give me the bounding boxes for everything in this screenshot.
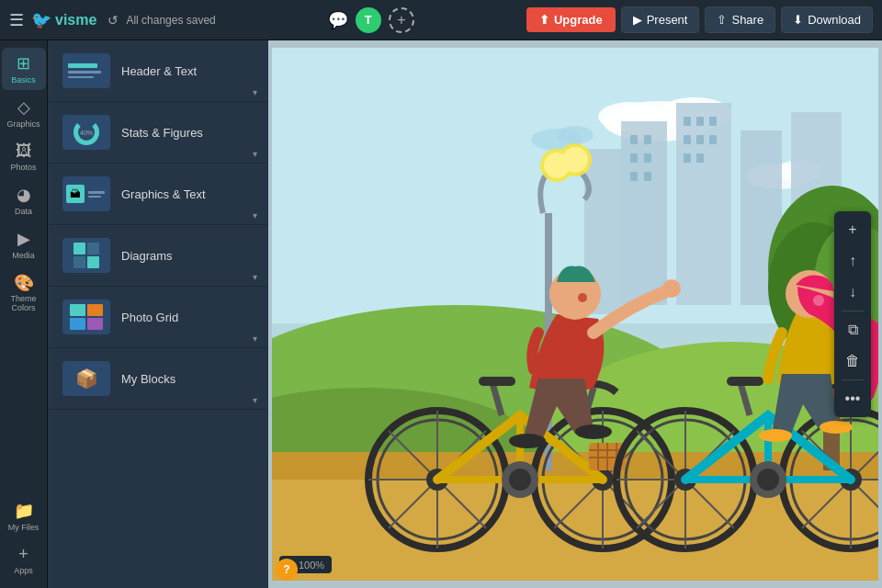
sidebar-item-basics[interactable]: ⊞ Basics — [2, 48, 46, 90]
donut-percent: 40% — [80, 130, 93, 136]
photo-grid-thumb — [62, 300, 110, 334]
svg-rect-25 — [709, 135, 717, 144]
sidebar-item-apps[interactable]: + Apps — [2, 539, 46, 581]
download-button[interactable]: ⬇ Download — [781, 6, 873, 33]
svg-point-93 — [820, 421, 853, 434]
apps-icon: + — [18, 545, 28, 564]
panel-item-graphics-text-header[interactable]: 🏔 Graphics & Text ▾ — [48, 164, 268, 224]
sidebar-item-data[interactable]: ◕ Data — [2, 179, 46, 221]
more-options-button[interactable]: ••• — [838, 384, 867, 413]
diagrams-thumb — [62, 238, 110, 273]
help-button[interactable]: ? — [276, 559, 298, 581]
zoom-level: 100% — [299, 560, 324, 571]
share-label: Share — [731, 13, 763, 27]
panel-item-title: Header & Text — [121, 64, 197, 78]
header-text-thumb — [62, 53, 110, 88]
panel-item-title: Stats & Figures — [121, 126, 203, 140]
svg-point-92 — [759, 429, 792, 442]
donut-chart-icon: 40% — [74, 119, 99, 145]
avatar[interactable]: T — [356, 7, 381, 33]
toolbar-divider — [842, 379, 864, 380]
chevron-down-icon: ▾ — [253, 210, 257, 220]
thumb-line — [68, 63, 97, 68]
svg-point-95 — [813, 295, 824, 306]
duplicate-button[interactable]: ⧉ — [838, 315, 867, 345]
present-button[interactable]: ▶ Present — [621, 6, 700, 33]
svg-point-38 — [562, 147, 588, 173]
topbar-left: ☰ 🐦 visme ↺ All changes saved — [9, 10, 216, 30]
svg-rect-27 — [696, 153, 704, 163]
svg-rect-58 — [479, 377, 515, 386]
basics-icon: ⊞ — [17, 53, 30, 74]
toolbar-divider — [842, 311, 864, 311]
canvas-illustration — [272, 48, 878, 581]
svg-rect-22 — [709, 117, 717, 126]
chevron-down-icon: ▾ — [253, 334, 257, 344]
graphics-text-thumb: 🏔 — [62, 176, 110, 211]
svg-rect-15 — [644, 135, 651, 144]
saved-status: All changes saved — [126, 14, 215, 27]
icon-sidebar: ⊞ Basics ◇ Graphics 🖼 Photos ◕ Data ▶ Me… — [0, 40, 48, 588]
svg-point-68 — [509, 434, 546, 448]
topbar-center: 💬 T + — [223, 7, 519, 33]
photos-icon: 🖼 — [16, 141, 32, 161]
sidebar-item-theme-colors[interactable]: 🎨 ThemeColors — [2, 267, 46, 319]
delete-button[interactable]: 🗑 — [838, 346, 867, 376]
panel-item-header-text-header[interactable]: Header & Text ▾ — [48, 40, 268, 101]
svg-rect-20 — [684, 117, 691, 126]
move-down-button[interactable]: ↓ — [838, 277, 867, 307]
sidebar-item-media[interactable]: ▶ Media — [2, 223, 46, 266]
panel-item-photo-grid-header[interactable]: Photo Grid ▾ — [48, 287, 268, 347]
svg-point-8 — [557, 126, 594, 144]
svg-rect-18 — [630, 172, 638, 181]
float-toolbar: + ↑ ↓ ⧉ 🗑 ••• — [834, 211, 871, 417]
thumb-line — [88, 196, 101, 198]
add-element-button[interactable]: + — [838, 215, 867, 244]
svg-point-69 — [575, 424, 612, 439]
svg-rect-19 — [644, 172, 651, 181]
share-icon: ⇧ — [717, 13, 727, 27]
add-collaborator-button[interactable]: + — [389, 7, 414, 33]
stats-figures-thumb: 40% — [62, 115, 110, 150]
my-files-icon: 📁 — [14, 501, 34, 521]
present-label: Present — [647, 13, 688, 27]
canvas-area[interactable]: + ↑ ↓ ⧉ 🗑 ••• ⊕ 100% ? — [268, 40, 882, 588]
topbar-right: ⬆ Upgrade ▶ Present ⇧ Share ⬇ Download — [526, 6, 873, 33]
move-up-button[interactable]: ↑ — [838, 246, 867, 276]
svg-rect-14 — [630, 135, 638, 144]
svg-rect-10 — [676, 103, 731, 305]
sidebar-item-photos[interactable]: 🖼 Photos — [2, 136, 46, 177]
panel-item-diagrams-header[interactable]: Diagrams ▾ — [48, 225, 268, 286]
upgrade-button[interactable]: ⬆ Upgrade — [526, 7, 616, 32]
canvas[interactable]: + ↑ ↓ ⧉ 🗑 ••• ⊕ 100% — [272, 48, 878, 581]
svg-point-72 — [578, 293, 587, 302]
svg-rect-17 — [644, 153, 651, 163]
panel-item-header-text[interactable]: Header & Text ▾ — [48, 40, 268, 102]
panel-item-stats-figures[interactable]: 40% Stats & Figures ▾ — [48, 102, 268, 164]
undo-icon[interactable]: ↺ — [107, 13, 119, 28]
svg-rect-26 — [684, 153, 691, 163]
chevron-down-icon: ▾ — [253, 395, 257, 405]
panel-item-stats-figures-header[interactable]: 40% Stats & Figures ▾ — [48, 102, 268, 163]
panel-item-my-blocks-header[interactable]: 📦 My Blocks ▾ — [48, 348, 268, 409]
thumb-line — [88, 191, 105, 194]
menu-icon[interactable]: ☰ — [9, 10, 24, 30]
comment-icon[interactable]: 💬 — [328, 10, 348, 30]
svg-rect-23 — [684, 135, 691, 144]
sidebar-item-my-files[interactable]: 📁 My Files — [2, 495, 46, 537]
svg-point-67 — [509, 469, 531, 491]
image-placeholder-icon: 🏔 — [66, 185, 85, 203]
panel-item-my-blocks[interactable]: 📦 My Blocks ▾ — [48, 348, 268, 410]
svg-rect-88 — [727, 377, 763, 386]
panel-item-photo-grid[interactable]: Photo Grid ▾ — [48, 287, 268, 348]
sidebar-item-graphics[interactable]: ◇ Graphics — [2, 92, 46, 134]
panel-item-diagrams[interactable]: Diagrams ▾ — [48, 225, 268, 287]
panel-item-title: Diagrams — [121, 249, 173, 263]
share-button[interactable]: ⇧ Share — [705, 6, 775, 33]
topbar: ☰ 🐦 visme ↺ All changes saved 💬 T + ⬆ Up… — [0, 0, 882, 40]
svg-point-91 — [757, 469, 779, 491]
panel-item-graphics-text[interactable]: 🏔 Graphics & Text ▾ — [48, 164, 268, 225]
logo-text: visme — [55, 12, 96, 28]
panel-item-title: Graphics & Text — [121, 187, 206, 201]
svg-rect-21 — [696, 117, 704, 126]
